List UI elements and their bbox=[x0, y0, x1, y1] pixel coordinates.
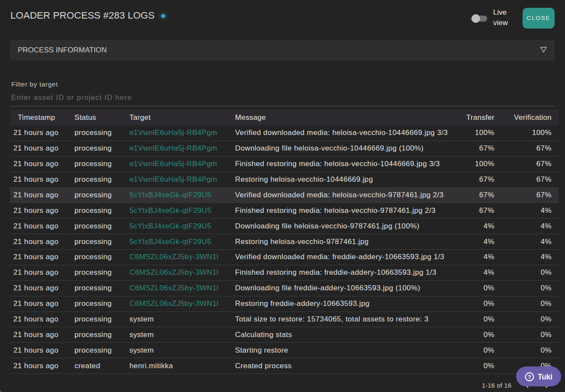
svg-text:?: ? bbox=[528, 374, 531, 380]
